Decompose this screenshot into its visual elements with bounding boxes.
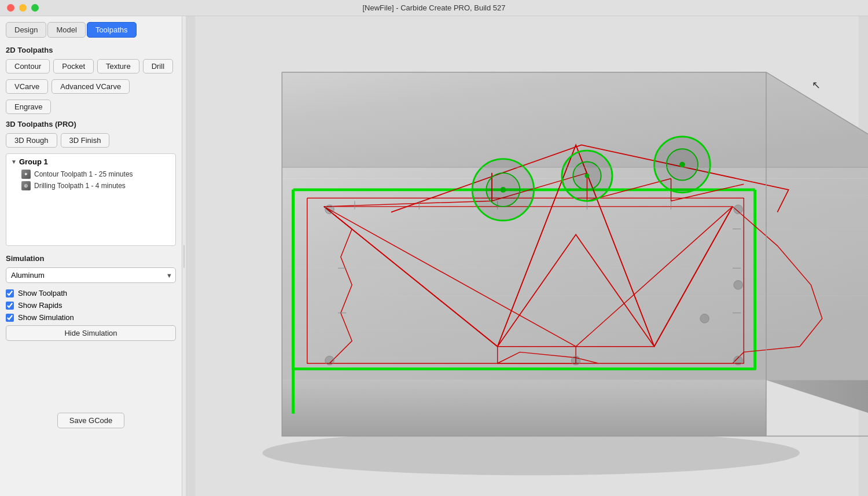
tree-item-drilling[interactable]: ⊕ Drilling Toolpath 1 - 4 minutes [11,180,171,192]
tab-toolpaths[interactable]: Toolpaths [87,22,137,38]
contour-button[interactable]: Contour [6,59,50,74]
svg-point-49 [700,314,709,323]
engrave-button[interactable]: Engrave [6,100,51,114]
titlebar: [NewFile] - Carbide Create PRO, Build 52… [0,0,868,16]
show-rapids-label: Show Rapids [18,301,62,310]
close-button[interactable] [7,4,14,12]
section-2d-toolpaths: 2D Toolpaths [6,46,176,54]
svg-point-47 [734,281,742,289]
svg-marker-5 [282,380,766,436]
pocket-button[interactable]: Pocket [53,59,94,74]
texture-button[interactable]: Texture [97,59,139,74]
svg-point-44 [734,205,742,214]
svg-point-45 [325,356,334,365]
advanced-vcarve-button[interactable]: Advanced VCarve [52,79,130,94]
simulation-section: Simulation Aluminum Wood Plastic ▼ Show … [6,254,176,350]
3d-finish-button[interactable]: 3D Finish [61,133,110,148]
engrave-buttons: Engrave [6,100,176,114]
3d-rough-button[interactable]: 3D Rough [6,133,57,148]
tab-design[interactable]: Design [6,22,46,38]
window-title: [NewFile] - Carbide Create PRO, Build 52… [362,3,505,12]
2d-toolpath-buttons: Contour Pocket Texture Drill [6,59,176,74]
simulation-label: Simulation [6,254,176,263]
tab-bar: Design Model Toolpaths [6,22,176,38]
drill-icon: ⊕ [21,181,31,190]
minimize-button[interactable] [19,4,27,12]
svg-point-43 [325,205,334,214]
3d-toolpath-buttons: 3D Rough 3D Finish [6,133,176,148]
tree-item-contour[interactable]: ✦ Contour Toolpath 1 - 25 minutes [11,168,171,180]
toolpath-tree: ▼ Group 1 ✦ Contour Toolpath 1 - 25 minu… [6,153,176,246]
show-toolpath-label: Show Toolpath [18,289,67,297]
maximize-button[interactable] [31,4,39,12]
hide-simulation-button[interactable]: Hide Simulation [6,325,176,341]
svg-point-46 [734,356,742,365]
show-toolpath-row: Show Toolpath [6,289,176,297]
show-simulation-label: Show Simulation [18,313,74,322]
canvas-svg [186,16,868,496]
vcarve-buttons: VCarve Advanced VCarve [6,79,176,94]
svg-point-39 [585,174,590,178]
drill-button[interactable]: Drill [143,59,173,74]
main-content: Design Model Toolpaths 2D Toolpaths Cont… [0,16,868,496]
vcarve-button[interactable]: VCarve [6,79,48,94]
show-simulation-checkbox[interactable] [6,314,14,322]
save-gcode-button[interactable]: Save GCode [57,413,124,428]
svg-point-42 [679,162,685,168]
show-rapids-row: Show Rapids [6,301,176,310]
titlebar-buttons[interactable] [7,4,39,12]
section-3d-toolpaths: 3D Toolpaths (PRO) [6,120,176,128]
svg-point-3 [262,431,800,475]
tree-expand-icon: ▼ [11,159,17,165]
material-select[interactable]: Aluminum Wood Plastic [6,267,176,283]
tab-model[interactable]: Model [47,22,85,38]
svg-point-48 [571,356,580,365]
material-select-wrapper: Aluminum Wood Plastic ▼ [6,267,176,283]
show-rapids-checkbox[interactable] [6,302,14,310]
show-toolpath-checkbox[interactable] [6,289,14,297]
svg-point-36 [501,187,506,193]
canvas-area: ↖ [186,16,868,496]
tree-group-1[interactable]: ▼ Group 1 [11,157,171,166]
show-simulation-row: Show Simulation [6,313,176,322]
contour-icon: ✦ [21,170,31,179]
tree-item-contour-label: Contour Toolpath 1 - 25 minutes [34,170,133,178]
sidebar: Design Model Toolpaths 2D Toolpaths Cont… [0,16,182,496]
tree-group-label: Group 1 [19,157,48,166]
tree-item-drilling-label: Drilling Toolpath 1 - 4 minutes [34,182,126,190]
